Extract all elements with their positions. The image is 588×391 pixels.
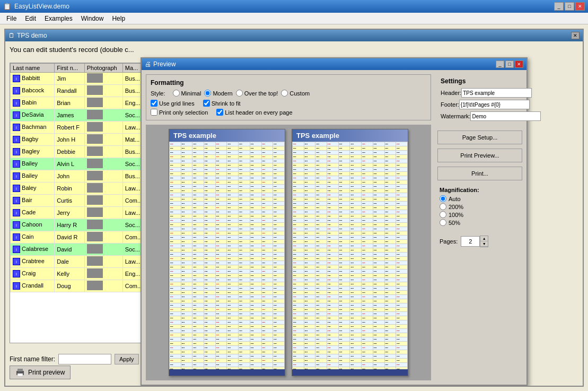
mag-100-input[interactable]	[440, 211, 446, 218]
cell-firstname: Kelly	[55, 268, 85, 280]
menu-file[interactable]: File	[2, 14, 21, 23]
row-icon: i	[13, 246, 20, 253]
radio-minimal-input[interactable]	[173, 90, 180, 97]
page-thumbnail-2: TPS example (function() { var html = '';…	[292, 129, 408, 376]
row-icon: i	[13, 111, 20, 119]
preview-close-button[interactable]: ✕	[515, 60, 523, 68]
mag-200-input[interactable]	[440, 203, 446, 210]
mag-auto-input[interactable]	[440, 195, 446, 202]
table-row[interactable]: i Bagley Debbie Bus...	[11, 146, 147, 158]
table-row[interactable]: i Crabtree Dale Law...	[11, 256, 147, 268]
preview-body: Formatting Style: Minimal	[142, 70, 526, 385]
table-row[interactable]: i Cain David R Com...	[11, 231, 147, 244]
spinner-up-button[interactable]: ▲	[480, 236, 488, 241]
apply-button[interactable]: Apply	[115, 354, 139, 364]
print-preview-dialog-button[interactable]: Print Preview...	[437, 149, 522, 162]
table-row[interactable]: i Crandall Doug Com...	[11, 280, 147, 292]
cell-firstname: Robin	[55, 183, 85, 195]
cell-photo	[84, 109, 122, 121]
minimize-button[interactable]: _	[554, 2, 564, 11]
mag-auto-label: Auto	[449, 196, 461, 202]
cell-firstname: Dale	[55, 256, 85, 268]
table-row[interactable]: i Bair Curtis Com...	[11, 195, 147, 207]
pages-input[interactable]	[461, 236, 480, 247]
checkbox-listheader-input[interactable]	[216, 109, 223, 116]
row-icon: i	[13, 87, 20, 94]
print-preview-button[interactable]: Print preview	[10, 366, 71, 379]
tps-window: 🗒 TPS demo ✕ You can edit student's reco…	[4, 29, 584, 387]
table-row[interactable]: i Bagby John H Mat...	[11, 134, 147, 146]
cell-lastname: i Baley	[11, 183, 55, 195]
cell-firstname: Jerry	[55, 207, 85, 219]
watermark-input[interactable]	[470, 111, 541, 121]
col-header-lastname[interactable]: Last name	[11, 64, 55, 73]
radio-modern-input[interactable]	[204, 90, 211, 97]
photo-cell	[87, 85, 103, 95]
radio-custom-input[interactable]	[281, 90, 288, 97]
cell-photo	[84, 183, 122, 195]
table-row[interactable]: i Craig Kelly Eng...	[11, 268, 147, 280]
preview-minimize-button[interactable]: _	[496, 60, 504, 68]
filter-area: First name filter: Apply	[10, 354, 139, 364]
spinner-buttons: ▲ ▼	[480, 236, 488, 247]
cell-lastname: i Craig	[11, 268, 55, 280]
mag-50-label: 50%	[449, 220, 460, 226]
cell-lastname: i DeSavia	[11, 109, 55, 121]
menu-edit[interactable]: Edit	[21, 14, 40, 23]
table-row[interactable]: i Babcock Randall Bus...	[11, 85, 147, 97]
page2-table: (function() { var html = ''; for (var i …	[292, 142, 408, 376]
cell-lastname: i Babin	[11, 97, 55, 109]
menu-window[interactable]: Window	[77, 14, 108, 23]
menu-help[interactable]: Help	[108, 14, 129, 23]
preview-controls: _ □ ✕	[496, 60, 523, 68]
pages-preview-area[interactable]: TPS example // Generate mini rows for pa…	[146, 125, 431, 380]
cell-photo	[84, 134, 122, 146]
maximize-button[interactable]: □	[565, 2, 574, 11]
radio-overthetop-input[interactable]	[236, 90, 243, 97]
photo-cell	[87, 207, 103, 217]
table-row[interactable]: i Bailey Alvin L Soc...	[11, 158, 147, 170]
page2-header: TPS example	[292, 129, 408, 142]
table-row[interactable]: i Calabrese David Soc...	[11, 244, 147, 256]
table-row[interactable]: i Bailey John Bus...	[11, 170, 147, 183]
photo-cell	[87, 110, 103, 119]
footer-input[interactable]	[459, 100, 530, 109]
checkbox-shrink-input[interactable]	[203, 100, 210, 107]
tps-title-bar: 🗒 TPS demo ✕	[5, 30, 583, 41]
tps-heading: You can edit student's record (double c.…	[10, 46, 578, 54]
menu-examples[interactable]: Examples	[40, 14, 77, 23]
table-row[interactable]: i Cade Jerry Law...	[11, 207, 147, 219]
cell-photo	[84, 97, 122, 109]
checkbox-row-2: Print only selection List header on ever…	[151, 109, 426, 116]
page-thumbnail-1: TPS example // Generate mini rows for pa…	[169, 129, 285, 376]
preview-maximize-button[interactable]: □	[505, 60, 514, 68]
col-header-firstname[interactable]: First n...	[55, 64, 85, 73]
page1-header: TPS example	[169, 129, 285, 142]
col-header-photo[interactable]: Photograph	[84, 64, 122, 73]
spinner-down-button[interactable]: ▼	[480, 241, 488, 247]
row-icon: i	[13, 75, 20, 82]
mag-100-label: 100%	[449, 212, 463, 218]
close-button[interactable]: ✕	[575, 2, 585, 11]
table-row[interactable]: i Bachman Robert F Law...	[11, 121, 147, 134]
pages-row: Pages: ▲ ▼	[437, 233, 522, 249]
checkbox-selection-input[interactable]	[151, 109, 157, 116]
checkbox-grid-input[interactable]	[151, 100, 157, 107]
table-row[interactable]: i Babin Brian Eng...	[11, 97, 147, 109]
cell-lastname: i Bagby	[11, 134, 55, 146]
page-setup-button[interactable]: Page Setup...	[437, 131, 522, 144]
table-row[interactable]: i Baley Robin Law...	[11, 183, 147, 195]
mag-50-input[interactable]	[440, 219, 446, 226]
cell-lastname: i Cain	[11, 231, 55, 244]
header-input[interactable]	[461, 88, 532, 98]
tps-close-button[interactable]: ✕	[571, 32, 580, 39]
table-row[interactable]: i DeSavia James Soc...	[11, 109, 147, 121]
app-title: EasyListView.demo	[14, 3, 69, 10]
filter-input[interactable]	[58, 354, 111, 364]
table-row[interactable]: i Babbitt Jim Bus...	[11, 73, 147, 85]
cell-lastname: i Bailey	[11, 170, 55, 183]
radio-minimal-label: Minimal	[181, 90, 201, 97]
table-row[interactable]: i Cahoon Harry R Soc...	[11, 219, 147, 231]
print-button[interactable]: Print...	[437, 167, 522, 180]
header-row: Header:	[441, 88, 519, 98]
